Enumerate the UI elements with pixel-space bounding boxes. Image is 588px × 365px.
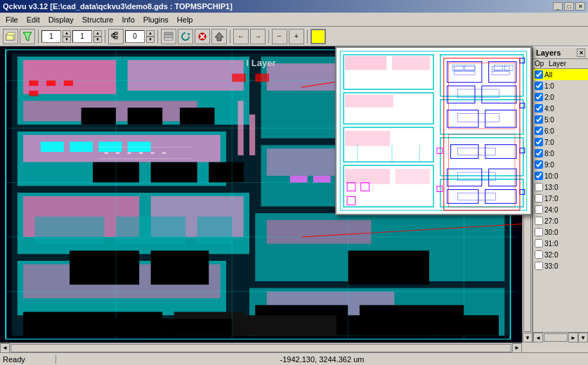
layer-row-5[interactable]: 5:0 [533,114,588,125]
toolbar-input-left[interactable] [41,30,61,43]
layer-checkbox-1[interactable] [535,82,543,90]
layers-title: Layers [536,49,561,57]
layer-checkbox-24[interactable] [535,205,543,214]
layer-checkbox-30[interactable] [535,228,543,236]
svg-rect-1 [6,35,13,40]
layer-name-7: 7:0 [544,139,554,146]
toolbar-layers[interactable] [161,29,176,44]
status-bar: Ready -1942.130, 3244.362 um [0,352,588,365]
toolbar-stop[interactable] [195,29,210,44]
layers-scroll-left[interactable]: ◄ [533,333,543,342]
layer-checkbox-33[interactable] [535,262,543,270]
svg-rect-86 [162,319,232,335]
layer-checkbox-27[interactable] [535,217,543,225]
minimize-button[interactable]: _ [553,2,563,11]
layer-name-30: 30:0 [544,229,558,236]
toolbar-back[interactable]: ← [233,29,249,44]
scroll-down-arrow[interactable]: ▼ [523,333,533,342]
layer-checkbox-9[interactable] [535,160,543,169]
spinner-left[interactable]: ▲ ▼ [63,30,71,43]
layer-row-10[interactable]: 10:0 [533,170,588,181]
layer-row-7[interactable]: 7:0 [533,136,588,148]
toolbar-yellow[interactable] [311,29,326,44]
maximize-button[interactable]: □ [564,2,574,11]
layer-row-1[interactable]: 1:0 [533,80,588,91]
layers-col-header: Op Layer [533,59,588,69]
toolbar-forward[interactable]: → [250,29,266,44]
window-controls[interactable]: _ □ ✕ [553,2,585,11]
layer-name-32: 32:0 [544,251,558,259]
layer-row-all[interactable]: All [533,69,588,80]
layer-row-32[interactable]: 32:0 [533,249,588,260]
layer-row-2[interactable]: 2:0 [533,91,588,103]
layers-scroll-thumb[interactable] [544,333,568,342]
menu-display[interactable]: Display [44,14,78,25]
layers-scroll-down[interactable]: ▼ [578,333,588,342]
toolbar-zoom-in[interactable]: + [289,29,304,44]
svg-rect-82 [35,217,105,244]
menu-structure[interactable]: Structure [78,14,118,25]
spin-down-right[interactable]: ▼ [93,37,102,43]
layer-row-6[interactable]: 6:0 [533,125,588,136]
layer-row-33[interactable]: 33:0 [533,260,588,271]
svg-rect-12 [164,38,173,40]
toolbar-refresh[interactable] [178,29,193,44]
layer-row-8[interactable]: 8:0 [533,148,588,159]
svg-rect-95 [162,152,166,154]
layers-close-button[interactable]: ✕ [577,49,585,57]
layer-row-31[interactable]: 31:0 [533,238,588,249]
layer-checkbox-13[interactable] [535,183,543,191]
layer-checkbox-8[interactable] [535,149,543,158]
preview-window[interactable] [335,46,532,215]
sep1 [38,30,39,44]
toolbar-input-zoom[interactable] [125,30,145,43]
layer-row-30[interactable]: 30:0 [533,226,588,238]
spinner-zoom[interactable]: ▲ ▼ [146,30,155,43]
layer-checkbox-7[interactable] [535,138,543,146]
layer-checkbox-5[interactable] [535,115,543,124]
toolbar-zoom-out[interactable]: − [272,29,287,44]
toolbar-home[interactable] [211,29,227,44]
spin-down-left[interactable]: ▼ [63,37,71,43]
menu-plugins[interactable]: Plugins [139,14,173,25]
scroll-thumb-h[interactable] [11,344,511,352]
layer-row-24[interactable]: 24:0 [533,204,588,215]
layer-checkbox-4[interactable] [535,104,543,113]
close-button[interactable]: ✕ [575,2,585,11]
layer-checkbox-32[interactable] [535,250,543,259]
spin-up-zoom[interactable]: ▲ [146,30,155,37]
scroll-right-arrow[interactable]: ► [512,343,522,353]
toolbar-hier[interactable] [108,29,124,44]
layers-list[interactable]: All 1:0 2:0 4:0 [533,69,588,332]
status-coordinates: -1942.130, 3244.362 um [56,355,588,364]
layer-row-4[interactable]: 4:0 [533,103,588,114]
svg-rect-74 [70,141,93,152]
toolbar-filter[interactable] [20,29,35,44]
spin-up-right[interactable]: ▲ [93,30,102,37]
layer-row-13[interactable]: 13:0 [533,181,588,193]
svg-rect-50 [209,162,244,183]
spin-down-zoom[interactable]: ▼ [146,37,155,43]
menu-file[interactable]: File [1,14,22,25]
scroll-left-arrow[interactable]: ◄ [0,343,10,353]
menu-help[interactable]: Help [173,14,197,25]
toolbar-input-right[interactable] [72,30,92,43]
layers-scroll-right[interactable]: ► [568,333,578,342]
spinner-right[interactable]: ▲ ▼ [93,30,102,43]
menu-edit[interactable]: Edit [22,14,44,25]
horizontal-scrollbar[interactable]: ◄ ► [0,342,522,352]
menu-info[interactable]: Info [117,14,138,25]
layer-checkbox-2[interactable] [535,93,543,101]
svg-rect-73 [41,141,64,152]
layer-row-17[interactable]: 17:0 [533,193,588,204]
layer-checkbox-all[interactable] [535,70,543,79]
layer-checkbox-31[interactable] [535,239,543,248]
toolbar-open[interactable] [3,29,18,44]
spin-up-left[interactable]: ▲ [63,30,71,37]
layer-name-10: 10:0 [544,172,558,180]
layer-checkbox-10[interactable] [535,172,543,180]
layer-checkbox-17[interactable] [535,194,543,203]
layer-row-27[interactable]: 27:0 [533,215,588,226]
layer-checkbox-6[interactable] [535,127,543,135]
layer-row-9[interactable]: 9:0 [533,159,588,170]
